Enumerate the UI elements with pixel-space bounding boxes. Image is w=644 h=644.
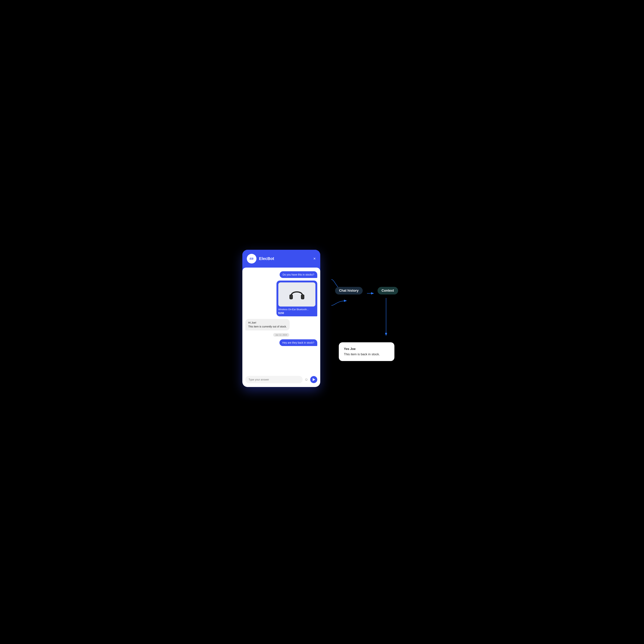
chat-history-pill: Chat history [335, 287, 363, 294]
date-separator: Jan 12, 2024 [273, 333, 289, 337]
flow-diagram: Chat history Context Yes Joe This item i… [331, 265, 402, 368]
response-line1: Yes Joe [344, 346, 389, 351]
send-button[interactable] [310, 376, 317, 383]
headphone-icon [288, 285, 306, 304]
product-image [278, 282, 315, 307]
user-message-back-in-stock: Hey are they back in stock? [279, 339, 317, 346]
chat-body: Do you have this in stocks? [242, 268, 320, 373]
svg-rect-2 [290, 295, 292, 299]
product-price: $150 [278, 312, 315, 314]
bot-message-out-of-stock: Hi Joe! This item is currently out of st… [245, 319, 290, 330]
chat-widget: EB ElecBot × Do you have this in stocks? [242, 250, 320, 387]
user-message-stocks: Do you have this in stocks? [280, 271, 317, 278]
chat-input[interactable] [245, 376, 303, 383]
bot-name: ElecBot [259, 256, 311, 261]
svg-rect-3 [301, 295, 304, 299]
response-box: Yes Joe This item is back in stock. [339, 342, 394, 361]
close-button[interactable]: × [313, 257, 316, 261]
chat-footer: ☺ [242, 373, 320, 387]
bot-avatar: EB [247, 254, 256, 263]
context-pill: Context [378, 287, 398, 294]
response-line2: This item is back in stock. [344, 352, 389, 357]
chat-header: EB ElecBot × [242, 250, 320, 268]
emoji-button[interactable]: ☺ [304, 377, 308, 382]
send-icon [313, 378, 315, 381]
product-name: Wireless On-Ear Bluetooth... [278, 308, 315, 311]
product-card[interactable]: Wireless On-Ear Bluetooth... $150 [276, 281, 317, 316]
